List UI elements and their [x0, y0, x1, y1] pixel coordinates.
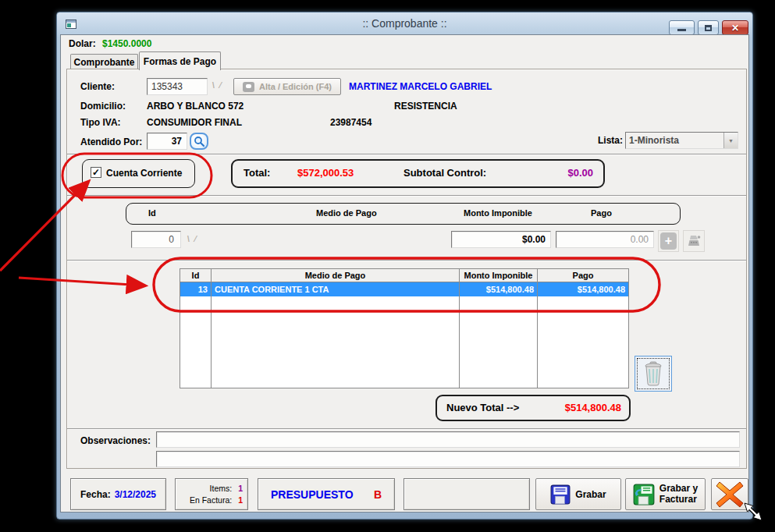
fecha-value: 3/12/2025: [115, 489, 156, 500]
titlebar[interactable]: :: Comprobante :: ✕: [57, 12, 752, 34]
minimize-icon: [677, 29, 686, 31]
spinner-icon[interactable]: \ ⁄: [187, 235, 197, 243]
row-monto: $514,800.48: [460, 282, 538, 296]
total-value: $572,000.53: [297, 167, 354, 179]
save-icon: [550, 484, 571, 505]
band-medio-label: Medio de Pago: [316, 208, 377, 218]
pago-input[interactable]: [556, 231, 654, 248]
tab-formas-de-pago[interactable]: Formas de Pago: [139, 51, 221, 70]
save-invoice-icon: [633, 484, 655, 505]
band-id-label: Id: [148, 208, 156, 218]
items-panel: Items: 1 En Factura: 1: [175, 478, 248, 510]
atendido-label: Atendido Por:: [80, 137, 142, 147]
desktop-background: :: Comprobante :: ✕ Dolar: $1450.0000 Co…: [0, 0, 775, 532]
row-medio: CUENTA CORRIENTE 1 CTA: [212, 282, 460, 296]
close-button[interactable]: ✕: [722, 20, 748, 35]
tipo-iva-value: CONSUMIDOR FINAL: [147, 117, 242, 128]
fecha-label: Fecha:: [80, 489, 111, 500]
band-pago-label: Pago: [591, 208, 612, 218]
separator: [67, 260, 746, 261]
monto-imponible-input[interactable]: [451, 231, 551, 248]
grabar-facturar-label-2: Facturar: [659, 495, 698, 505]
separator: [67, 195, 746, 197]
alta-edicion-label: Alta / Edición (F4): [259, 82, 332, 91]
grabar-button[interactable]: Grabar: [535, 478, 621, 510]
row-pago: $514,800.48: [538, 282, 628, 296]
domicilio-value: ARBO Y BLANCO 572: [147, 101, 244, 112]
payments-grid: Id Medio de Pago Monto Imponible Pago 13…: [180, 268, 629, 388]
row-id: 13: [180, 282, 212, 296]
grid-col-id: Id: [180, 269, 212, 282]
close-icon: ✕: [731, 23, 739, 34]
table-row-selected[interactable]: 13 CUENTA CORRIENTE 1 CTA $514,800.48 $5…: [180, 282, 628, 296]
lista-value: 1-Minorista: [626, 135, 723, 146]
grid-header-row: Id Medio de Pago Monto Imponible Pago: [180, 269, 628, 282]
grid-empty-area: [180, 296, 628, 388]
grabar-label: Grabar: [575, 489, 606, 500]
subtotal-label: Subtotal Control:: [403, 167, 486, 179]
lista-label: Lista:: [598, 135, 623, 146]
documento-value: 23987454: [330, 117, 372, 128]
alta-edicion-button[interactable]: Alta / Edición (F4): [233, 78, 341, 95]
trash-icon: [643, 361, 663, 386]
cuenta-corriente-checkbox[interactable]: ✓: [91, 167, 101, 178]
subtotal-value: $0.00: [515, 167, 593, 179]
letra-comprobante: B: [374, 488, 382, 501]
localidad-value: RESISTENCIA: [394, 101, 457, 112]
observaciones-input-1[interactable]: [156, 431, 740, 448]
window-title: :: Comprobante ::: [57, 17, 752, 30]
nuevo-total-label: Nuevo Total -->: [446, 402, 519, 413]
cancel-button[interactable]: [711, 478, 748, 510]
search-atendido-button[interactable]: [190, 133, 208, 150]
tipo-iva-label: Tipo IVA:: [80, 117, 121, 128]
domicilio-label: Domicilio:: [80, 101, 126, 112]
en-factura-label: En Factura:: [190, 495, 232, 505]
pago-id-input[interactable]: [131, 231, 181, 248]
chevron-down-icon[interactable]: ▼: [723, 133, 738, 148]
dolar-label: Dolar:: [69, 38, 96, 49]
maximize-button[interactable]: [698, 20, 719, 35]
tipo-comprobante-value: PRESUPUESTO: [271, 488, 354, 501]
plus-icon: +: [660, 232, 677, 250]
fecha-panel: Fecha: 3/12/2025: [70, 478, 166, 510]
separator: [67, 154, 746, 155]
search-icon: [194, 136, 205, 147]
add-payment-button[interactable]: +: [658, 230, 679, 252]
observaciones-input-2[interactable]: [156, 451, 740, 467]
lista-combo[interactable]: 1-Minorista ▼: [625, 132, 738, 149]
check-icon: ✓: [92, 168, 100, 177]
cliente-label: Cliente:: [80, 81, 115, 92]
payment-terminal-icon: [686, 233, 702, 249]
spinner-icon[interactable]: \ ⁄: [212, 81, 222, 90]
cancel-x-icon: [716, 481, 744, 508]
tipo-comprobante-panel: PRESUPUESTO B: [258, 478, 395, 510]
status-empty-panel: [403, 478, 530, 510]
en-factura-value: 1: [238, 495, 243, 505]
tab-comprobante[interactable]: Comprobante: [70, 54, 138, 69]
cuenta-corriente-label: Cuenta Corriente: [106, 168, 182, 179]
separator: [67, 428, 746, 430]
atendido-input[interactable]: [147, 133, 187, 150]
delete-payment-button[interactable]: [635, 356, 672, 392]
cliente-code-input[interactable]: [147, 78, 208, 95]
band-monto-label: Monto Imponible: [464, 208, 532, 218]
items-value: 1: [238, 484, 243, 493]
grabar-facturar-label-1: Grabar y: [659, 484, 698, 495]
total-label: Total:: [244, 167, 270, 179]
grid-col-pago: Pago: [538, 269, 628, 282]
grabar-facturar-button[interactable]: Grabar y Facturar: [625, 478, 706, 510]
dolar-value: $1450.0000: [102, 38, 151, 49]
grid-col-monto: Monto Imponible: [460, 269, 538, 282]
minimize-button[interactable]: [669, 20, 695, 35]
observaciones-label: Observaciones:: [80, 435, 151, 446]
maximize-icon: [705, 25, 712, 31]
items-label: Items:: [210, 484, 233, 493]
edit-badge-icon: [243, 82, 254, 92]
nuevo-total-value: $514,800.48: [539, 402, 621, 413]
cliente-nombre: MARTINEZ MARCELO GABRIEL: [349, 81, 492, 92]
payment-terminal-button[interactable]: [683, 230, 705, 252]
grid-col-medio: Medio de Pago: [212, 269, 460, 282]
